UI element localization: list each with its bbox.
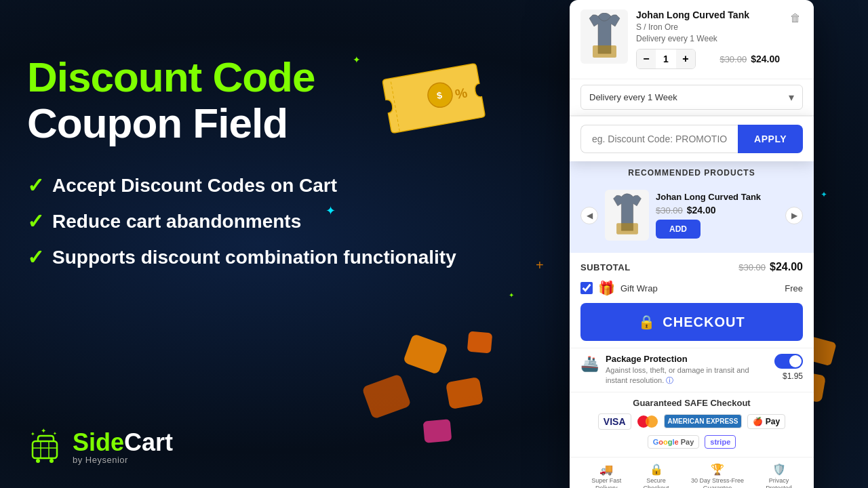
qty-control: − 1 +	[636, 49, 696, 69]
safe-checkout: Guaranteed SAFE Checkout VISA AMERICAN E…	[570, 392, 814, 457]
subtotal-current: $24.00	[770, 261, 803, 273]
amex-badge: AMERICAN EXPRESS	[664, 414, 743, 428]
rec-product-info: Johan Long Curved Tank $30.00 $24.00 ADD	[656, 192, 778, 239]
payment-icons: VISA AMERICAN EXPRESS 🍎 Pay Google Pay s…	[580, 413, 803, 449]
feature-item-1: ✓ Accept Discount Codes on Cart	[27, 174, 502, 197]
safe-checkout-title: Guaranteed SAFE Checkout	[580, 398, 803, 408]
subtotal-original: $30.00	[738, 262, 766, 272]
delivery-option-label: Delivery every 1 Week	[589, 92, 677, 102]
checkout-label: CHECKOUT	[663, 314, 745, 330]
google-pay-badge: Google Pay	[648, 435, 700, 449]
cart-panel: Johan Long Curved Tank S / Iron Ore Deli…	[570, 0, 814, 488]
svg-text:✦: ✦	[53, 431, 57, 436]
protection-title: Package Protection	[606, 354, 768, 364]
product-image	[580, 9, 628, 64]
check-icon-1: ✓	[27, 174, 44, 197]
lock-icon: 🔒	[638, 314, 656, 330]
protection-info: Package Protection Against loss, theft, …	[606, 354, 768, 386]
headline-line2: Coupon Field	[27, 100, 502, 146]
visa-badge: VISA	[598, 413, 631, 430]
rec-price-original: $30.00	[656, 205, 683, 216]
rec-prev-button[interactable]: ◀	[580, 207, 598, 224]
recommended-title: RECOMMENDED PRODUCTS	[570, 168, 814, 178]
delivery-icon: 🚚	[599, 463, 613, 476]
protection-desc: Against loss, theft, or damage in transi…	[606, 365, 768, 386]
headline-line1: Discount Code	[27, 54, 502, 100]
rec-product-row: ◀ Johan Long Curved Tank $30.00 $24.00 A…	[570, 184, 814, 246]
privacy-label: PrivacyProtected	[766, 477, 792, 488]
item-name: Johan Long Curved Tank	[636, 9, 780, 20]
rec-next-button[interactable]: ▶	[785, 207, 803, 224]
gift-wrap-price: Free	[785, 283, 803, 293]
mastercard-badge	[637, 415, 658, 428]
feature-item-3: ✓ Supports discount combination function…	[27, 245, 502, 269]
logo-text: SideCart by Heysenior	[73, 430, 173, 465]
price-original: $30.00	[719, 54, 747, 64]
svg-text:✦: ✦	[31, 431, 35, 437]
delivery-select-row: Delivery every 1 Week ▾	[570, 79, 814, 116]
logo-area: ✦ ✦ ✦ SideCart by Heysenior	[27, 428, 173, 468]
logo-brand: SideCart	[73, 430, 173, 455]
stripe-badge: stripe	[705, 435, 736, 449]
item-variant: S / Iron Ore	[636, 22, 780, 32]
trust-row: 🚚 Super FastDelivery 🔒 SecureCheckout 🏆 …	[570, 457, 814, 488]
qty-minus-button[interactable]: −	[637, 49, 656, 68]
svg-rect-13	[593, 45, 616, 58]
guarantee-label: 30 Day Stress-FreeGuarantee	[691, 477, 744, 488]
protection-row: 🚢 Package Protection Against loss, theft…	[570, 348, 814, 392]
rec-product-image	[605, 190, 649, 241]
checkout-button[interactable]: 🔒 CHECKOUT	[580, 303, 803, 341]
qty-plus-button[interactable]: +	[676, 49, 695, 68]
discount-row: APPLY	[570, 116, 814, 161]
secure-label: SecureCheckout	[644, 477, 669, 488]
qty-number: 1	[656, 54, 676, 64]
chevron-down-icon: ▾	[789, 91, 794, 104]
discount-code-input[interactable]	[580, 125, 738, 153]
price-current: $24.00	[751, 54, 780, 64]
gift-icon: 🎁	[598, 280, 615, 296]
delete-item-button[interactable]: 🗑	[788, 11, 803, 26]
recommended-section: RECOMMENDED PRODUCTS ◀ Johan Long Curved…	[570, 161, 814, 253]
svg-point-12	[50, 459, 54, 463]
check-icon-3: ✓	[27, 245, 44, 269]
rec-product-name: Johan Long Curved Tank	[656, 192, 778, 202]
svg-rect-7	[33, 441, 57, 458]
gift-wrap-row: 🎁 Gift Wrap Free	[570, 277, 814, 303]
guarantee-icon: 🏆	[711, 463, 724, 476]
cart-item: Johan Long Curved Tank S / Iron Ore Deli…	[570, 0, 814, 79]
svg-rect-14	[616, 223, 638, 234]
protection-toggle-price: $1.95	[774, 354, 803, 381]
protection-price: $1.95	[783, 371, 803, 381]
check-icon-2: ✓	[27, 209, 44, 233]
gift-wrap-checkbox[interactable]	[580, 282, 593, 294]
subtotal-row: SUBTOTAL $30.00 $24.00	[570, 253, 814, 277]
apple-pay-badge: 🍎 Pay	[747, 414, 785, 429]
svg-text:✦: ✦	[41, 428, 46, 434]
delivery-label: Super FastDelivery	[591, 477, 621, 488]
trust-secure: 🔒 SecureCheckout	[644, 463, 669, 488]
protection-info-icon[interactable]: ⓘ	[666, 376, 673, 384]
trust-delivery: 🚚 Super FastDelivery	[591, 463, 621, 488]
price-area: $30.00 $24.00	[719, 54, 780, 64]
svg-point-11	[36, 459, 40, 463]
subtotal-prices: $30.00 $24.00	[738, 261, 803, 273]
trust-guarantee: 🏆 30 Day Stress-FreeGuarantee	[691, 463, 744, 488]
protection-toggle[interactable]	[774, 354, 803, 369]
left-content: Discount Code Coupon Field ✓ Accept Disc…	[27, 54, 502, 281]
feature-item-2: ✓ Reduce cart abandonments	[27, 209, 502, 233]
trust-privacy: 🛡️ PrivacyProtected	[766, 463, 792, 488]
subtotal-label: SUBTOTAL	[580, 262, 631, 272]
protection-icon: 🚢	[580, 355, 599, 373]
gift-wrap-label: Gift Wrap	[620, 283, 779, 293]
secure-icon: 🔒	[650, 463, 663, 476]
features-list: ✓ Accept Discount Codes on Cart ✓ Reduce…	[27, 174, 502, 269]
rec-price-current: $24.00	[687, 205, 716, 216]
add-recommended-button[interactable]: ADD	[656, 220, 701, 239]
cart-item-info: Johan Long Curved Tank S / Iron Ore Deli…	[636, 9, 780, 69]
logo-icon: ✦ ✦ ✦	[27, 428, 64, 468]
apply-discount-button[interactable]: APPLY	[738, 125, 803, 153]
item-delivery: Delivery every 1 Week	[636, 34, 780, 43]
delivery-select[interactable]: Delivery every 1 Week ▾	[580, 85, 803, 110]
privacy-icon: 🛡️	[772, 463, 786, 476]
rec-prices: $30.00 $24.00	[656, 205, 778, 216]
